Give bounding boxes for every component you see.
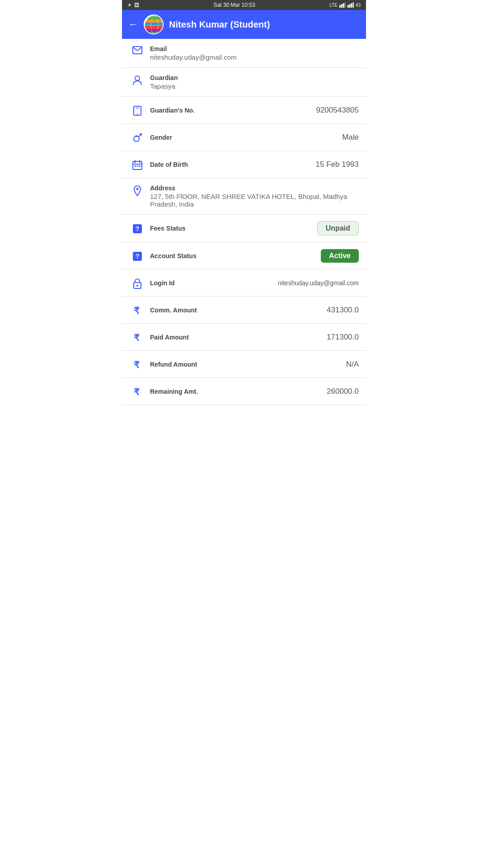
gender-label: Gender (150, 134, 338, 141)
account-status-badge: Active (321, 249, 359, 263)
gender-row: Gender Male (122, 124, 366, 151)
svg-rect-2 (343, 3, 344, 8)
status-bar-time: Sat 30 Mar 10:53 (214, 2, 255, 8)
signal-icon (339, 2, 346, 8)
svg-rect-0 (339, 5, 341, 8)
guardian-no-row: Guardian's No. 9200543805 (122, 97, 366, 124)
remaining-amt-label: Remaining Amt. (150, 388, 322, 395)
address-label: Address (150, 184, 359, 192)
comm-amount-label: Comm. Amount (150, 307, 322, 314)
svg-rect-13 (145, 32, 164, 34)
status-bar: ✈ 🖼 Sat 30 Mar 10:53 LTE 43 (122, 0, 366, 10)
login-id-label: Login Id (150, 279, 272, 287)
remaining-amt-value: 260000.0 (322, 387, 359, 396)
lock-icon (129, 278, 145, 289)
refund-amount-value: N/A (342, 360, 359, 369)
account-status-row: ? Account Status Active (122, 242, 366, 269)
header: ← Nitesh Kumar (Student) (122, 10, 366, 39)
email-row: Email niteshuday.uday@gmail.com (122, 39, 366, 68)
paid-amount-row: ₹ Paid Amount 171300.0 (122, 324, 366, 351)
comm-amount-row: ₹ Comm. Amount 431300.0 (122, 297, 366, 324)
back-button[interactable]: ← (128, 19, 138, 30)
svg-rect-32 (139, 165, 141, 167)
dob-row: Date of Birth 15 Feb 1993 (122, 151, 366, 178)
svg-text:₹: ₹ (134, 333, 140, 343)
phone-icon (129, 106, 145, 116)
email-icon (129, 46, 145, 54)
paid-amount-value: 171300.0 (322, 333, 359, 342)
location-icon (129, 185, 145, 196)
gender-value: Male (338, 133, 359, 142)
gender-icon (129, 133, 145, 143)
address-row: Address 127, 5th FlOOR, NEAR SHREE VATIK… (122, 178, 366, 215)
guardian-no-value: 9200543805 (311, 106, 359, 115)
fees-status-row: ? Fees Status Unpaid (122, 215, 366, 242)
svg-rect-6 (351, 3, 352, 8)
header-title: Nitesh Kumar (Student) (169, 19, 270, 30)
dob-label: Date of Birth (150, 161, 311, 168)
svg-rect-5 (349, 4, 351, 8)
svg-line-23 (138, 134, 141, 137)
svg-rect-31 (137, 165, 138, 167)
svg-rect-7 (353, 2, 354, 8)
image-icon: 🖼 (134, 2, 139, 8)
account-status-label: Account Status (150, 252, 321, 259)
fees-status-badge: Unpaid (317, 221, 359, 236)
dob-value: 15 Feb 1993 (311, 160, 359, 169)
rupee-icon-refund: ₹ (129, 360, 145, 370)
person-icon (129, 75, 145, 85)
login-id-row: Login Id niteshuday.uday@gmail.com (122, 269, 366, 297)
rupee-icon-comm: ₹ (129, 306, 145, 316)
lte-label: LTE (329, 3, 338, 8)
svg-text:₹: ₹ (134, 360, 140, 370)
content: Email niteshuday.uday@gmail.com Guardian… (122, 39, 366, 405)
remaining-amt-row: ₹ Remaining Amt. 260000.0 (122, 378, 366, 405)
email-label: Email (150, 45, 359, 52)
svg-rect-12 (145, 29, 164, 32)
avatar (144, 14, 164, 34)
svg-rect-30 (135, 165, 136, 167)
fees-status-label: Fees Status (150, 225, 317, 232)
signal-icon-2 (347, 2, 354, 8)
svg-text:₹: ₹ (134, 306, 140, 316)
paid-amount-label: Paid Amount (150, 334, 322, 341)
svg-rect-1 (341, 4, 343, 8)
guardian-value: Tapasya (150, 82, 359, 90)
svg-point-33 (136, 188, 139, 190)
svg-rect-4 (347, 5, 349, 8)
svg-point-20 (137, 113, 138, 114)
account-question-icon: ? (129, 251, 145, 261)
guardian-label: Guardian (150, 74, 359, 81)
email-value: niteshuday.uday@gmail.com (150, 53, 359, 61)
svg-rect-11 (145, 26, 164, 29)
svg-text:?: ? (136, 253, 140, 260)
address-value: 127, 5th FlOOR, NEAR SHREE VATIKA HOTEL,… (150, 193, 359, 208)
refund-amount-label: Refund Amount (150, 361, 342, 368)
fees-question-icon: ? (129, 224, 145, 234)
battery-indicator: 43 (356, 3, 361, 8)
telegram-icon: ✈ (127, 2, 131, 8)
comm-amount-value: 431300.0 (322, 306, 359, 315)
guardian-no-label: Guardian's No. (150, 107, 311, 114)
rupee-icon-remaining: ₹ (129, 387, 145, 397)
svg-rect-9 (145, 19, 164, 23)
svg-point-19 (135, 76, 140, 80)
svg-point-39 (136, 285, 138, 287)
svg-rect-3 (345, 2, 346, 8)
status-bar-right: LTE 43 (329, 2, 361, 8)
calendar-icon (129, 160, 145, 170)
avatar-image (145, 15, 164, 34)
status-bar-left: ✈ 🖼 (127, 2, 139, 8)
login-id-value: niteshuday.uday@gmail.com (273, 279, 359, 287)
rupee-icon-paid: ₹ (129, 333, 145, 343)
svg-text:₹: ₹ (134, 387, 140, 397)
guardian-row: Guardian Tapasya (122, 68, 366, 97)
refund-amount-row: ₹ Refund Amount N/A (122, 351, 366, 378)
svg-text:?: ? (136, 225, 140, 232)
